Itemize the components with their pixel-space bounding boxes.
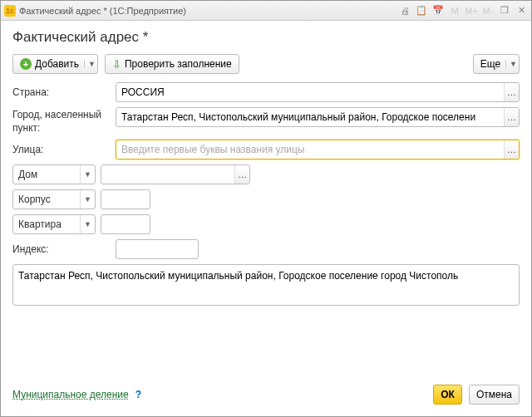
row-house: Дом ▼ … — [12, 164, 520, 184]
cancel-button[interactable]: Отмена — [469, 385, 520, 405]
check-icon: ⇩ — [112, 58, 121, 71]
close-icon[interactable]: ✕ — [515, 4, 528, 17]
restore-icon[interactable]: ❐ — [498, 4, 511, 17]
address-window: 1c Фактический адрес * (1С:Предприятие) … — [0, 0, 532, 417]
print-icon[interactable]: 🖨 — [398, 4, 411, 17]
apt-type-select[interactable]: Квартира ▼ — [12, 214, 96, 234]
municipal-division-link[interactable]: Муниципальное деление — [12, 389, 129, 400]
more-button-label: Еще — [480, 58, 500, 70]
row-city: Город, населенный пункт: … — [12, 107, 520, 135]
check-fill-label: Проверить заполнение — [125, 58, 232, 70]
apt-type-label: Квартира — [18, 218, 80, 230]
calc-icon[interactable]: 📋 — [415, 4, 428, 17]
page-title: Фактический адрес * — [12, 29, 520, 46]
chevron-down-icon: ▼ — [505, 60, 517, 68]
row-street: Улица: … — [12, 140, 520, 159]
add-button[interactable]: + Добавить ▼ — [12, 54, 98, 74]
chevron-down-icon: ▼ — [80, 190, 91, 208]
row-korpus: Корпус ▼ — [12, 189, 520, 209]
window-title: Фактический адрес * (1С:Предприятие) — [19, 6, 398, 16]
mplus-icon: M+ — [465, 4, 478, 17]
korpus-input[interactable] — [101, 189, 150, 209]
country-input[interactable] — [116, 82, 520, 102]
check-fill-button[interactable]: ⇩ Проверить заполнение — [105, 54, 239, 74]
ok-button[interactable]: ОК — [433, 385, 462, 405]
row-full-address — [12, 264, 520, 306]
content: Фактический адрес * + Добавить ▼ ⇩ Прове… — [1, 21, 531, 376]
m-icon: M — [448, 4, 461, 17]
chevron-down-icon: ▼ — [80, 165, 91, 184]
more-button[interactable]: Еще ▼ — [473, 54, 520, 74]
calendar-icon[interactable]: 📅 — [431, 4, 445, 17]
plus-icon: + — [20, 58, 32, 70]
chevron-down-icon: ▼ — [84, 60, 96, 68]
label-city: Город, населенный пункт: — [12, 107, 111, 135]
full-address-textarea[interactable] — [12, 264, 520, 306]
house-type-select[interactable]: Дом ▼ — [12, 164, 96, 184]
titlebar: 1c Фактический адрес * (1С:Предприятие) … — [1, 1, 531, 21]
country-lookup-button[interactable]: … — [504, 83, 519, 101]
house-lookup-button[interactable]: … — [234, 165, 249, 184]
help-icon[interactable]: ? — [135, 389, 141, 400]
street-lookup-button[interactable]: … — [504, 140, 519, 159]
street-input[interactable] — [116, 140, 520, 159]
index-input[interactable] — [116, 239, 199, 259]
korpus-type-select[interactable]: Корпус ▼ — [12, 189, 96, 209]
toolbar: + Добавить ▼ ⇩ Проверить заполнение Еще … — [12, 54, 520, 74]
city-lookup-button[interactable]: … — [504, 108, 519, 126]
label-street: Улица: — [12, 144, 111, 155]
mminus-icon: M- — [481, 4, 495, 17]
row-index: Индекс: — [12, 239, 520, 259]
add-button-label: Добавить — [35, 58, 79, 70]
label-country: Страна: — [12, 86, 111, 98]
title-actions: 🖨 📋 📅 M M+ M- ❐ ✕ — [398, 4, 528, 17]
city-input[interactable] — [116, 107, 520, 127]
row-country: Страна: … — [12, 82, 520, 102]
row-apt: Квартира ▼ — [12, 214, 520, 234]
house-type-label: Дом — [18, 169, 80, 180]
house-input[interactable] — [101, 164, 250, 184]
app-icon: 1c — [4, 5, 16, 17]
footer: Муниципальное деление ? ОК Отмена — [1, 376, 531, 416]
chevron-down-icon: ▼ — [80, 215, 91, 233]
apt-input[interactable] — [101, 214, 150, 234]
label-index: Индекс: — [12, 243, 111, 255]
korpus-type-label: Корпус — [18, 194, 80, 205]
